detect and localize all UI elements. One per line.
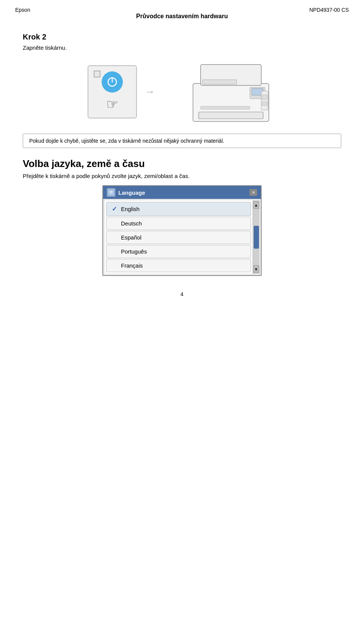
svg-rect-3 bbox=[199, 112, 263, 119]
language-item-label: Deutsch bbox=[121, 220, 142, 227]
language-section-heading: Volba jazyka, země a času bbox=[23, 158, 341, 170]
language-item[interactable]: Español bbox=[106, 231, 251, 244]
svg-rect-8 bbox=[261, 91, 268, 110]
dialog-title-text: Language bbox=[118, 189, 145, 196]
illustration-wrapper: ☞ → bbox=[88, 57, 276, 127]
scroll-down-arrow[interactable]: ▼ bbox=[253, 265, 259, 273]
language-item-label: Français bbox=[121, 262, 143, 269]
svg-rect-9 bbox=[262, 95, 267, 99]
hand-pointer-icon: ☞ bbox=[106, 96, 118, 112]
language-item[interactable]: Deutsch bbox=[106, 217, 251, 230]
page-header: Epson Průvodce nastavením hardwaru NPD49… bbox=[0, 0, 364, 13]
language-item[interactable]: Português bbox=[106, 245, 251, 258]
svg-rect-11 bbox=[201, 106, 250, 109]
doc-id-label: NPD4937-00 CS bbox=[309, 7, 349, 13]
svg-rect-7 bbox=[202, 80, 237, 84]
language-list-container: ✓EnglishDeutschEspañolPortuguêsFrançais … bbox=[105, 200, 259, 274]
brand-label: Epson bbox=[15, 7, 30, 13]
dialog-icon bbox=[107, 188, 115, 197]
language-dialog-titlebar: Language ✕ bbox=[103, 186, 261, 199]
printer-svg bbox=[170, 57, 276, 127]
language-item-label: Español bbox=[121, 234, 141, 241]
power-button-circle bbox=[102, 71, 123, 93]
language-section-desc: Přejděte k tiskárně a podle pokynů zvolt… bbox=[23, 173, 341, 179]
warning-text: Pokud dojde k chybě, ujistěte se, zda v … bbox=[29, 138, 224, 144]
language-item[interactable]: Français bbox=[106, 259, 251, 272]
main-content: Krok 2 Zapněte tiskárnu. ☞ → bbox=[0, 33, 364, 276]
printer-drawing bbox=[170, 57, 276, 125]
language-items: ✓EnglishDeutschEspañolPortuguêsFrançais bbox=[105, 200, 253, 274]
scrollbar[interactable]: ▲ ▼ bbox=[253, 200, 259, 274]
small-indicator-square bbox=[94, 71, 100, 77]
printer-illustration: ☞ → bbox=[23, 57, 341, 127]
dialog-close-button[interactable]: ✕ bbox=[249, 189, 257, 196]
language-item-label: Português bbox=[121, 248, 147, 255]
power-icon bbox=[107, 76, 118, 88]
power-button-panel: ☞ bbox=[88, 65, 137, 118]
page-title: Průvodce nastavením hardwaru bbox=[0, 13, 364, 20]
step-label: Krok 2 bbox=[23, 33, 341, 41]
step-description: Zapněte tiskárnu. bbox=[23, 44, 341, 51]
scroll-thumb[interactable] bbox=[254, 226, 259, 249]
scroll-up-arrow[interactable]: ▲ bbox=[253, 201, 259, 209]
warning-box: Pokud dojde k chybě, ujistěte se, zda v … bbox=[23, 134, 341, 148]
language-item-label: English bbox=[121, 206, 140, 212]
language-item[interactable]: ✓English bbox=[106, 202, 251, 216]
check-mark-icon: ✓ bbox=[112, 205, 118, 213]
arrow-icon: → bbox=[144, 86, 155, 98]
page-number: 4 bbox=[0, 291, 364, 305]
svg-rect-13 bbox=[109, 191, 113, 193]
svg-rect-10 bbox=[262, 102, 267, 106]
language-dialog: Language ✕ ✓EnglishDeutschEspañolPortugu… bbox=[102, 185, 262, 276]
